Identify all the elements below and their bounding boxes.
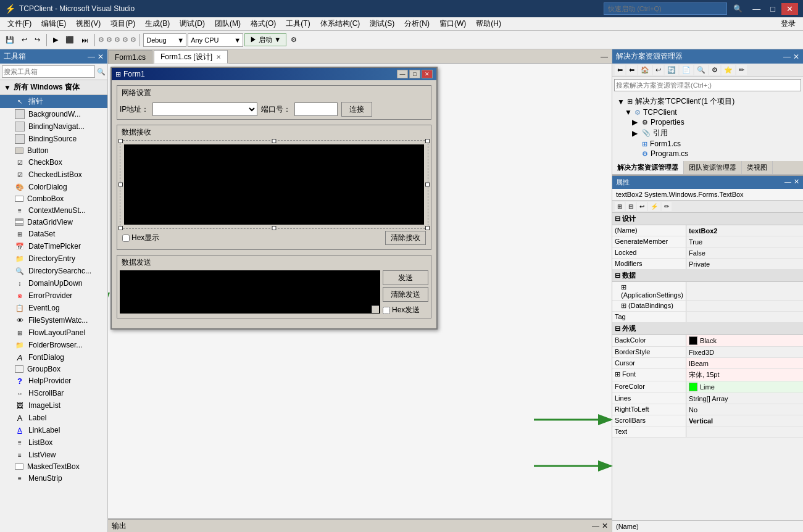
window-minimize-btn[interactable]: — <box>749 3 764 15</box>
solution-pin-btn[interactable]: — <box>783 52 791 61</box>
menu-test[interactable]: 测试(S) <box>365 17 399 30</box>
toolbox-item-listview[interactable]: ≡ ListView <box>0 449 107 461</box>
menu-window[interactable]: 窗口(W) <box>435 17 471 30</box>
prop-row-text[interactable]: Text <box>612 426 803 438</box>
prop-row-appsettings[interactable]: ⊞ (ApplicationSettings) <box>612 282 803 301</box>
menu-tools[interactable]: 工具(T) <box>281 17 315 30</box>
handle-tc[interactable] <box>272 139 277 143</box>
handle-bc[interactable] <box>272 226 277 230</box>
toolbox-item-dataset[interactable]: ⊞ DataSet <box>0 228 107 240</box>
handle-tl[interactable] <box>119 139 123 143</box>
handle-mr[interactable] <box>425 183 430 187</box>
menu-edit[interactable]: 编辑(E) <box>36 17 71 30</box>
sol-btn-9[interactable]: ⭐ <box>722 65 735 75</box>
prop-row-locked[interactable]: Locked False <box>612 247 803 259</box>
prop-row-tag[interactable]: Tag <box>612 312 803 323</box>
props-btn-5[interactable]: ✏ <box>662 202 672 211</box>
prop-row-scrollbars[interactable]: ScrollBars Vertical <box>612 415 803 426</box>
toolbox-item-datagridview[interactable]: DataGridView <box>0 217 107 228</box>
toolbox-item-maskedtextbox[interactable]: MaskedTextBox <box>0 461 107 472</box>
connect-btn[interactable]: 连接 <box>341 102 372 117</box>
prop-row-borderstyle[interactable]: BorderStyle Fixed3D <box>612 347 803 358</box>
toolbox-item-filesystemwatch[interactable]: 👁 FileSystemWatc... <box>0 314 107 326</box>
sol-btn-5[interactable]: 🔄 <box>665 65 678 75</box>
prop-row-modifiers[interactable]: Modifiers Private <box>612 259 803 270</box>
toolbox-item-label[interactable]: A Label <box>0 412 107 424</box>
tree-references[interactable]: ▶ 📎 引用 <box>615 127 801 139</box>
prop-row-font[interactable]: ⊞ Font 宋体, 15pt <box>612 369 803 381</box>
tab-form1design[interactable]: Form1.cs [设计] ✕ <box>154 50 228 64</box>
toolbox-item-contextmenu[interactable]: ≡ ContextMenuSt... <box>0 204 107 217</box>
panel-tab-class[interactable]: 类视图 <box>742 161 773 174</box>
prop-row-databindings[interactable]: ⊞ (DataBindings) <box>612 301 803 312</box>
prop-row-cursor[interactable]: Cursor IBeam <box>612 358 803 369</box>
toolbox-item-groupbox[interactable]: GroupBox <box>0 364 107 375</box>
toolbox-item-flowlayout[interactable]: ⊞ FlowLayoutPanel <box>0 326 107 339</box>
toolbox-item-pointer[interactable]: ↖ 指针 <box>0 95 107 108</box>
prop-row-righttoleft[interactable]: RightToLeft No <box>612 404 803 415</box>
prop-row-forecolor[interactable]: ForeColor Lime <box>612 381 803 393</box>
send-textarea[interactable] <box>120 270 380 314</box>
clear-receive-btn[interactable]: 清除接收 <box>385 231 426 245</box>
toolbox-category-windows[interactable]: ▼ 所有 Windows 窗体 <box>0 80 107 95</box>
toolbox-close-btn[interactable]: ✕ <box>98 52 104 61</box>
prop-row-lines[interactable]: Lines String[] Array <box>612 393 803 404</box>
sol-btn-1[interactable]: ⬅ <box>615 65 625 75</box>
handle-tr[interactable] <box>425 139 430 143</box>
toolbox-item-eventlog[interactable]: 📋 EventLog <box>0 302 107 314</box>
sol-btn-3[interactable]: 🏠 <box>638 65 652 75</box>
hex-display-checkbox[interactable] <box>122 235 130 242</box>
toolbox-item-domainupdown[interactable]: ↕ DomainUpDown <box>0 277 107 289</box>
toolbox-item-checkbox[interactable]: ☑ CheckBox <box>0 156 107 168</box>
menu-analyze[interactable]: 分析(N) <box>399 17 435 30</box>
toolbox-item-menustrip[interactable]: ≡ MenuStrip <box>0 472 107 484</box>
ip-combobox[interactable] <box>152 102 257 116</box>
props-btn-1[interactable]: ⊞ <box>615 202 625 211</box>
prop-cat-data[interactable]: ⊟ 数据 <box>612 270 803 282</box>
props-btn-2[interactable]: ⊟ <box>626 202 636 211</box>
menu-view[interactable]: 视图(V) <box>71 17 106 30</box>
toolbox-item-folderbrowser[interactable]: 📁 FolderBrowser... <box>0 339 107 351</box>
menu-debug[interactable]: 调试(D) <box>175 17 210 30</box>
run-button[interactable]: ▶ 启动 ▼ <box>244 33 286 46</box>
toolbox-item-checkedlistbox[interactable]: ☑ CheckedListBox <box>0 168 107 181</box>
menu-arch[interactable]: 体系结构(C) <box>315 17 365 30</box>
props-btn-3[interactable]: ↩ <box>637 202 647 211</box>
handle-bl[interactable] <box>119 226 123 230</box>
form-max-btn[interactable]: □ <box>409 70 420 78</box>
hex-display-check[interactable]: Hex显示 <box>122 233 159 243</box>
toolbox-item-directorysearch[interactable]: 🔍 DirectorySearchc... <box>0 265 107 277</box>
toolbar-btn-2[interactable]: ↩ <box>19 34 30 46</box>
toolbar-btn-4[interactable]: ▶ <box>50 34 61 46</box>
menu-help[interactable]: 帮助(H) <box>471 17 506 30</box>
receive-textarea[interactable] <box>124 144 424 225</box>
toolbar-btn-1[interactable]: 💾 <box>2 34 17 46</box>
toolbar-btn-5[interactable]: ⬛ <box>62 34 77 46</box>
toolbox-item-hscrollbar[interactable]: ↔ HScrollBar <box>0 387 107 399</box>
prop-cat-appearance[interactable]: ⊟ 外观 <box>612 323 803 335</box>
tree-project[interactable]: ▼ ⚙ TCPClient <box>615 107 801 117</box>
login-btn[interactable]: 登录 <box>776 17 801 30</box>
tab-form1cs[interactable]: Form1.cs <box>108 50 152 64</box>
toolbox-item-bindingsource[interactable]: BindingSource <box>0 133 107 145</box>
debug-mode-dropdown[interactable]: Debug ▼ <box>143 33 186 47</box>
send-btn[interactable]: 发送 <box>383 270 428 285</box>
resize-handle[interactable] <box>372 305 379 313</box>
window-maximize-btn[interactable]: □ <box>767 3 779 15</box>
menu-build[interactable]: 生成(B) <box>140 17 175 30</box>
toolbox-item-imagelist[interactable]: 🖼 ImageList <box>0 399 107 412</box>
handle-br[interactable] <box>425 226 430 230</box>
hex-send-checkbox[interactable] <box>383 307 390 314</box>
toolbox-pin-btn[interactable]: — <box>88 52 95 61</box>
tree-properties[interactable]: ▶ ⚙ Properties <box>615 117 801 127</box>
form-close-btn[interactable]: ✕ <box>422 70 433 78</box>
props-btn-4[interactable]: ⚡ <box>648 202 660 211</box>
toolbox-item-combobox[interactable]: ComboBox <box>0 193 107 204</box>
sol-btn-6[interactable]: 📄 <box>680 65 693 75</box>
sol-btn-2[interactable]: ⬅ <box>626 65 637 75</box>
props-pin-btn[interactable]: — <box>784 178 791 187</box>
form-min-btn[interactable]: — <box>397 70 408 78</box>
toolbox-item-helpprovider[interactable]: ? HelpProvider <box>0 375 107 387</box>
menu-file[interactable]: 文件(F) <box>2 17 36 30</box>
prop-row-name[interactable]: (Name) textBox2 <box>612 225 803 236</box>
